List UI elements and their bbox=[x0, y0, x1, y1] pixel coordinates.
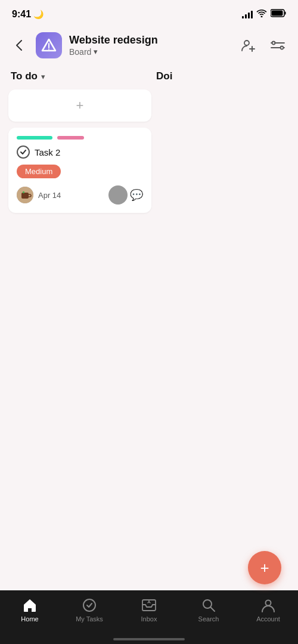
battery-icon bbox=[271, 9, 286, 20]
svg-point-21 bbox=[266, 600, 271, 606]
nav-label-search: Search bbox=[198, 615, 219, 623]
fab-add-button[interactable]: + bbox=[248, 551, 281, 584]
nav-item-mytasks[interactable]: My Tasks bbox=[60, 597, 119, 623]
status-icons bbox=[242, 9, 286, 20]
svg-point-5 bbox=[48, 49, 49, 50]
nav-item-inbox[interactable]: Inbox bbox=[119, 597, 179, 623]
home-icon bbox=[22, 597, 38, 613]
wifi-icon bbox=[256, 9, 267, 20]
nav-item-home[interactable]: Home bbox=[0, 597, 60, 623]
inbox-icon bbox=[141, 597, 157, 613]
task-tags bbox=[17, 136, 143, 140]
back-button[interactable] bbox=[10, 36, 29, 55]
column-chevron-icon[interactable]: ▾ bbox=[41, 72, 45, 81]
header-actions bbox=[237, 35, 288, 56]
column-header-doing: Doi bbox=[151, 70, 187, 97]
search-icon bbox=[201, 597, 216, 613]
view-mode-label: Board bbox=[69, 47, 91, 57]
assignee-avatar-gray bbox=[108, 185, 128, 205]
nav-item-account[interactable]: Account bbox=[238, 597, 298, 623]
nav-label-account: Account bbox=[256, 615, 280, 623]
nav-item-search[interactable]: Search bbox=[179, 597, 238, 623]
signal-icon bbox=[242, 10, 253, 18]
add-member-button[interactable] bbox=[237, 35, 259, 56]
board-area: To do ▾ + Task 2 bbox=[0, 64, 298, 219]
project-name: Website redesign bbox=[69, 34, 230, 47]
task-title-row: Task 2 bbox=[17, 145, 143, 159]
status-bar: 9:41 🌙 bbox=[0, 0, 298, 26]
nav-label-inbox: Inbox bbox=[141, 615, 157, 623]
home-indicator bbox=[113, 638, 185, 640]
svg-line-20 bbox=[211, 608, 215, 612]
task-assignee: Apr 14 bbox=[17, 187, 61, 203]
bottom-nav: Home My Tasks Inbox Search bbox=[0, 590, 298, 644]
column-todo: To do ▾ + Task 2 bbox=[8, 70, 151, 219]
priority-badge: Medium bbox=[17, 165, 143, 185]
svg-rect-2 bbox=[272, 11, 283, 16]
columns-row: To do ▾ + Task 2 bbox=[0, 70, 298, 219]
mytasks-icon bbox=[82, 597, 97, 613]
add-task-card[interactable]: + bbox=[8, 89, 151, 122]
account-icon bbox=[260, 597, 276, 613]
filter-button[interactable] bbox=[267, 35, 288, 56]
app-logo bbox=[36, 32, 62, 58]
task-card-task2: Task 2 Medium bbox=[8, 128, 151, 213]
column-header-todo: To do ▾ bbox=[8, 70, 151, 89]
task-card-footer: Apr 14 💬 bbox=[17, 185, 143, 205]
column-doing-partial: Doi bbox=[151, 70, 187, 219]
tag-bar-pink bbox=[57, 136, 84, 140]
add-task-plus-icon: + bbox=[76, 99, 84, 112]
task-title: Task 2 bbox=[35, 147, 60, 157]
avatar bbox=[17, 187, 33, 203]
svg-point-18 bbox=[83, 599, 95, 611]
column-title-doing: Doi bbox=[154, 70, 172, 89]
svg-point-6 bbox=[244, 41, 249, 45]
view-selector[interactable]: Board ▾ bbox=[69, 47, 230, 57]
column-title-todo: To do bbox=[11, 70, 38, 82]
svg-rect-17 bbox=[23, 191, 24, 193]
app-header: Website redesign Board ▾ bbox=[0, 26, 298, 64]
task-date: Apr 14 bbox=[38, 191, 61, 200]
task-check-icon[interactable] bbox=[17, 145, 30, 159]
svg-rect-16 bbox=[21, 193, 29, 199]
header-title-group: Website redesign Board ▾ bbox=[69, 34, 230, 57]
chevron-down-icon: ▾ bbox=[94, 47, 98, 56]
fab-plus-icon: + bbox=[260, 560, 269, 575]
moon-icon: 🌙 bbox=[33, 10, 44, 19]
nav-label-home: Home bbox=[21, 615, 38, 623]
status-time: 9:41 bbox=[12, 9, 31, 20]
task-footer-right: 💬 bbox=[108, 185, 143, 205]
svg-rect-1 bbox=[285, 12, 286, 15]
tag-bar-green bbox=[17, 136, 52, 140]
comment-icon: 💬 bbox=[130, 188, 143, 202]
nav-label-mytasks: My Tasks bbox=[76, 615, 103, 623]
